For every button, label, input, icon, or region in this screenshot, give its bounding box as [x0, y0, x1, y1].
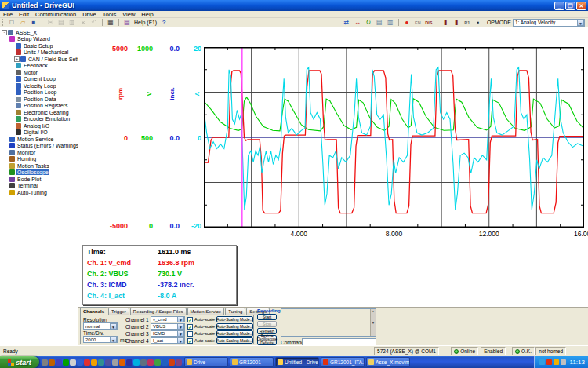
sidebar-item-motion-service[interactable]: Motion Service — [0, 136, 78, 143]
chevron-down-icon[interactable]: ▼ — [110, 337, 117, 343]
taskbar-button-gr12001-ita-pdf[interactable]: GR12001_ITA.PDF - ... — [321, 357, 365, 367]
sidebar-item-basic-setup[interactable]: Basic Setup — [0, 42, 78, 49]
chevron-down-icon[interactable]: ▼ — [177, 337, 184, 344]
rotate-icon[interactable]: ↻ — [364, 19, 373, 27]
quicklaunch-icon[interactable] — [42, 359, 48, 366]
sidebar-item-oscilloscope[interactable]: Oscilloscope — [0, 169, 78, 177]
tray-icon[interactable] — [546, 359, 552, 365]
sidebar-item-position-loop[interactable]: Position Loop — [0, 89, 78, 97]
menu-item-file[interactable]: File — [0, 11, 16, 18]
quicklaunch-icon[interactable] — [56, 359, 62, 366]
autoscale-checkbox[interactable]: ✓ — [187, 324, 193, 330]
stop-icon[interactable]: ● — [402, 19, 412, 27]
disable-icon[interactable]: DIS — [424, 19, 434, 27]
move-axis-icon[interactable]: ⇄ — [342, 19, 351, 27]
chevron-down-icon[interactable]: ▼ — [177, 316, 184, 322]
channel-signal-select[interactable]: I_act▼ — [151, 337, 185, 344]
autoscale-checkbox[interactable]: ✓ — [187, 317, 193, 322]
quicklaunch-icon[interactable] — [140, 359, 147, 366]
quicklaunch-icon[interactable] — [63, 359, 69, 366]
autoscaling-mode-button[interactable]: Auto-Scaling Mode... — [216, 330, 253, 337]
expand-icon[interactable]: + — [14, 56, 20, 62]
sidebar-item-position-registers[interactable]: Position Registers — [0, 103, 78, 110]
quicklaunch-icon[interactable] — [98, 359, 104, 366]
sidebar-item-asse-x[interactable]: -ASSE_X — [0, 29, 78, 36]
scope-canvas[interactable] — [204, 47, 584, 228]
sidebar-item-setup-wizard[interactable]: Setup Wizard — [0, 36, 78, 43]
recording-stop-button[interactable]: Stop — [257, 321, 277, 327]
taskbar-button-asse-x-movimento[interactable]: Asse_X movimento - ... — [366, 357, 410, 367]
menu-item-view[interactable]: View — [119, 11, 138, 18]
channel-signal-select[interactable]: ICMD▼ — [151, 330, 185, 337]
oscilloscope-plot[interactable] — [204, 47, 584, 228]
restore-defaults-button[interactable]: Restore Oscilloscope Defaults — [257, 335, 277, 345]
sidebar-item-analog-i-o[interactable]: Analog I/O — [0, 122, 78, 129]
sidebar-item-electronic-gearing[interactable]: Electronic Gearing — [0, 109, 78, 116]
motor-b-icon[interactable]: ▮ — [452, 19, 461, 27]
close-button[interactable]: ✕ — [576, 2, 586, 10]
chevron-down-icon[interactable]: ▼ — [177, 330, 184, 337]
autoscaling-mode-button[interactable]: Auto-Scaling Mode... — [216, 337, 253, 344]
quicklaunch-icon[interactable] — [162, 359, 168, 366]
maximize-button[interactable]: ❐ — [565, 2, 575, 10]
chevron-down-icon[interactable]: ▼ — [177, 323, 184, 330]
sidebar-item-digital-i-o[interactable]: Digital I/O — [0, 129, 78, 137]
tray-icon[interactable] — [554, 359, 559, 365]
sidebar-item-homing[interactable]: Homing — [0, 156, 78, 163]
recording-start-button[interactable]: Start — [257, 314, 277, 320]
jog-icon[interactable]: ↔ — [353, 19, 362, 27]
sidebar-item-velocity-loop[interactable]: Velocity Loop — [0, 82, 78, 89]
quicklaunch-icon[interactable] — [169, 359, 175, 366]
chevron-down-icon[interactable]: ▼ — [577, 20, 584, 26]
start-button[interactable]: start — [0, 356, 39, 368]
save-params-icon[interactable]: ▥ — [386, 19, 395, 27]
sidebar-item-motor[interactable]: Motor — [0, 69, 78, 76]
channel-signal-select[interactable]: VBUS▼ — [151, 323, 185, 330]
menu-item-tools[interactable]: Tools — [100, 11, 120, 18]
sidebar-item-motion-tasks[interactable]: Motion Tasks — [0, 162, 78, 169]
terminal-output[interactable]: ▲▼ — [281, 308, 376, 337]
menu-item-communication[interactable]: Communication — [32, 11, 79, 18]
menu-item-help[interactable]: Help — [138, 11, 156, 18]
quicklaunch-icon[interactable] — [154, 359, 161, 366]
sidebar-item-auto-tuning[interactable]: Auto-Tuning — [0, 189, 78, 196]
help-button-label[interactable]: Help (F1) — [134, 20, 157, 25]
quicklaunch-icon[interactable] — [84, 359, 90, 366]
scrollbar[interactable]: ▲▼ — [370, 309, 376, 336]
timediv-select[interactable]: 2000 ▼ — [83, 336, 118, 343]
sidebar-item-monitor[interactable]: Monitor — [0, 149, 78, 156]
autoscaling-mode-button[interactable]: Auto-Scaling Mode... — [216, 316, 253, 322]
quicklaunch-icon[interactable] — [176, 359, 182, 366]
recording-refresh-button[interactable]: Refresh — [257, 328, 277, 334]
opmode-select[interactable]: 1: Analog Velocity ▼ — [513, 19, 585, 27]
r1-icon[interactable]: R1 — [463, 19, 472, 27]
quicklaunch-icon[interactable] — [147, 359, 154, 366]
open-folder-icon[interactable]: ▱ — [18, 19, 27, 27]
sidebar-item-terminal[interactable]: Terminal — [0, 183, 78, 190]
print-icon[interactable]: ▦ — [106, 19, 115, 27]
tray-icon[interactable] — [561, 359, 566, 365]
sidebar-item-encoder-emulation[interactable]: Encoder Emulation — [0, 116, 78, 123]
menu-item-edit[interactable]: Edit — [16, 11, 32, 18]
quicklaunch-icon[interactable] — [70, 359, 76, 366]
sidebar-item-units-mechanical[interactable]: Units / Mechanical — [0, 49, 78, 56]
autoscale-checkbox[interactable]: ✓ — [187, 338, 193, 344]
taskbar-button-drive[interactable]: Drive — [184, 357, 228, 367]
motor-a-icon[interactable]: ▮ — [441, 19, 450, 27]
channel-signal-select[interactable]: v_cmd▼ — [151, 316, 185, 322]
help-book-icon[interactable]: ▤ — [122, 19, 132, 27]
quicklaunch-icon[interactable] — [49, 359, 55, 366]
sidebar-item-bode-plot[interactable]: Bode Plot — [0, 176, 78, 183]
quicklaunch-icon[interactable] — [133, 359, 140, 366]
minimize-button[interactable]: _ — [554, 2, 564, 10]
new-file-icon[interactable]: □ — [7, 19, 16, 27]
quicklaunch-icon[interactable] — [112, 359, 118, 366]
load-params-icon[interactable]: ▤ — [375, 19, 384, 27]
tab-channels[interactable]: Channels — [80, 307, 107, 315]
quicklaunch-icon[interactable] — [105, 359, 111, 366]
enable-icon[interactable]: EN — [413, 19, 423, 27]
tray-icon[interactable] — [539, 359, 545, 365]
quicklaunch-icon[interactable] — [119, 359, 125, 366]
quicklaunch-icon[interactable] — [91, 359, 97, 366]
sidebar-item-feedback[interactable]: Feedback — [0, 63, 78, 70]
